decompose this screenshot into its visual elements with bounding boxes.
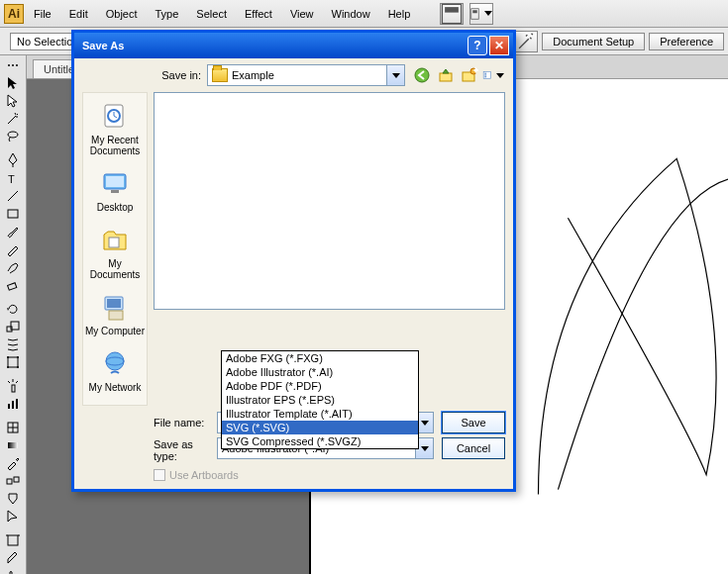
svg-point-52 bbox=[106, 352, 124, 370]
use-artboards-label: Use Artboards bbox=[169, 469, 239, 481]
palette-grip-icon[interactable] bbox=[2, 57, 25, 73]
svg-rect-21 bbox=[12, 401, 14, 409]
up-one-level-icon[interactable] bbox=[435, 64, 457, 86]
places-sidebar: My Recent Documents Desktop My Documents… bbox=[82, 92, 148, 406]
svg-text:T: T bbox=[8, 173, 15, 185]
blend-tool-icon[interactable] bbox=[2, 473, 25, 489]
svg-rect-22 bbox=[16, 399, 18, 409]
svg-rect-26 bbox=[8, 442, 18, 448]
my-computer-icon bbox=[99, 292, 131, 324]
new-folder-icon[interactable]: ✦ bbox=[459, 64, 480, 86]
preferences-button[interactable]: Preference bbox=[649, 33, 724, 50]
svg-rect-28 bbox=[14, 477, 19, 482]
svg-point-18 bbox=[17, 366, 19, 368]
svg-rect-27 bbox=[7, 479, 12, 484]
lasso-tool-icon[interactable] bbox=[2, 129, 25, 144]
svg-rect-11 bbox=[8, 283, 17, 290]
eyedropper-tool-icon[interactable] bbox=[2, 455, 25, 471]
type-option-svgz[interactable]: SVG Compressed (*.SVGZ) bbox=[222, 434, 418, 448]
rectangle-tool-icon[interactable] bbox=[2, 206, 25, 222]
pen-tool-icon[interactable] bbox=[2, 152, 25, 168]
gradient-tool-icon[interactable] bbox=[2, 437, 25, 453]
svg-rect-48 bbox=[109, 238, 119, 247]
type-option-eps[interactable]: Illustrator EPS (*.EPS) bbox=[222, 393, 418, 407]
graph-tool-icon[interactable] bbox=[2, 396, 25, 412]
save-type-label: Save as type: bbox=[154, 439, 217, 461]
selection-tool-icon[interactable] bbox=[2, 75, 25, 91]
hand-tool-icon[interactable] bbox=[2, 568, 25, 574]
save-in-value: Example bbox=[232, 69, 274, 81]
essentials-dropdown-icon[interactable] bbox=[469, 3, 493, 25]
menu-file[interactable]: File bbox=[26, 5, 59, 23]
menu-edit[interactable]: Edit bbox=[61, 5, 96, 23]
scale-tool-icon[interactable] bbox=[2, 319, 25, 335]
menu-select[interactable]: Select bbox=[188, 5, 235, 23]
close-button[interactable]: ✕ bbox=[489, 36, 509, 55]
artboard-tool-icon[interactable] bbox=[2, 532, 25, 548]
sidebar-my-documents[interactable]: My Documents bbox=[83, 221, 147, 288]
type-option-ai[interactable]: Adobe Illustrator (*.AI) bbox=[222, 365, 418, 379]
view-menu-icon[interactable] bbox=[482, 64, 504, 86]
menu-effect[interactable]: Effect bbox=[237, 5, 280, 23]
svg-rect-39 bbox=[483, 71, 490, 78]
svg-rect-20 bbox=[8, 404, 10, 409]
save-in-combo[interactable]: Example bbox=[207, 64, 405, 86]
svg-rect-10 bbox=[8, 210, 18, 218]
folder-icon bbox=[212, 68, 228, 82]
help-button[interactable]: ? bbox=[468, 36, 487, 55]
menu-window[interactable]: Window bbox=[324, 5, 378, 23]
menu-bar: Ai File Edit Object Type Select Effect V… bbox=[0, 0, 728, 28]
sidebar-my-network[interactable]: My Network bbox=[89, 344, 142, 401]
svg-rect-42 bbox=[484, 76, 486, 77]
svg-point-6 bbox=[16, 64, 18, 66]
menu-view[interactable]: View bbox=[282, 5, 322, 23]
menu-type[interactable]: Type bbox=[148, 5, 187, 23]
svg-rect-40 bbox=[484, 73, 486, 74]
sidebar-my-computer[interactable]: My Computer bbox=[85, 288, 145, 344]
type-option-svg[interactable]: SVG (*.SVG) bbox=[222, 421, 418, 434]
svg-rect-29 bbox=[8, 535, 18, 545]
svg-rect-50 bbox=[107, 299, 121, 308]
dialog-titlebar[interactable]: Save As ? ✕ bbox=[74, 33, 513, 58]
svg-point-4 bbox=[8, 64, 10, 66]
slice-tool-icon[interactable] bbox=[2, 550, 25, 566]
svg-rect-1 bbox=[445, 7, 459, 13]
pencil-tool-icon[interactable] bbox=[2, 241, 25, 257]
rotate-tool-icon[interactable] bbox=[2, 301, 25, 317]
mesh-tool-icon[interactable] bbox=[2, 420, 25, 435]
line-tool-icon[interactable] bbox=[2, 188, 25, 204]
svg-rect-3 bbox=[473, 10, 478, 13]
menu-object[interactable]: Object bbox=[98, 5, 146, 23]
free-transform-tool-icon[interactable] bbox=[2, 354, 25, 370]
warp-tool-icon[interactable] bbox=[2, 336, 25, 352]
menu-help[interactable]: Help bbox=[380, 5, 419, 23]
document-setup-button[interactable]: Document Setup bbox=[542, 33, 645, 50]
svg-point-34 bbox=[415, 68, 429, 82]
dropdown-icon[interactable] bbox=[386, 65, 404, 85]
svg-point-17 bbox=[7, 366, 9, 368]
my-network-icon bbox=[99, 348, 131, 380]
magic-wand-icon[interactable] bbox=[514, 31, 538, 52]
type-tool-icon[interactable]: T bbox=[2, 170, 25, 186]
live-paint-selection-tool-icon[interactable] bbox=[2, 509, 25, 525]
type-option-fxg[interactable]: Adobe FXG (*.FXG) bbox=[222, 351, 418, 365]
type-option-ait[interactable]: Illustrator Template (*.AIT) bbox=[222, 407, 418, 421]
live-paint-tool-icon[interactable] bbox=[2, 491, 25, 507]
magic-wand-tool-icon[interactable] bbox=[2, 111, 25, 127]
blob-brush-tool-icon[interactable] bbox=[2, 259, 25, 275]
sidebar-recent-documents[interactable]: My Recent Documents bbox=[83, 97, 147, 164]
back-button-icon[interactable] bbox=[411, 64, 433, 86]
essentials-layout-icon[interactable] bbox=[440, 3, 464, 25]
cancel-button[interactable]: Cancel bbox=[442, 437, 505, 459]
symbol-sprayer-tool-icon[interactable] bbox=[2, 378, 25, 394]
tool-palette: T bbox=[0, 55, 27, 574]
recent-documents-icon bbox=[99, 101, 131, 133]
file-list-area[interactable] bbox=[154, 92, 505, 310]
sidebar-desktop[interactable]: Desktop bbox=[97, 164, 134, 221]
eraser-tool-icon[interactable] bbox=[2, 277, 25, 293]
save-button[interactable]: Save bbox=[442, 412, 505, 433]
direct-selection-tool-icon[interactable] bbox=[2, 93, 25, 109]
type-option-pdf[interactable]: Adobe PDF (*.PDF) bbox=[222, 379, 418, 393]
paintbrush-tool-icon[interactable] bbox=[2, 224, 25, 239]
save-type-dropdown-list[interactable]: Adobe FXG (*.FXG) Adobe Illustrator (*.A… bbox=[221, 350, 419, 449]
